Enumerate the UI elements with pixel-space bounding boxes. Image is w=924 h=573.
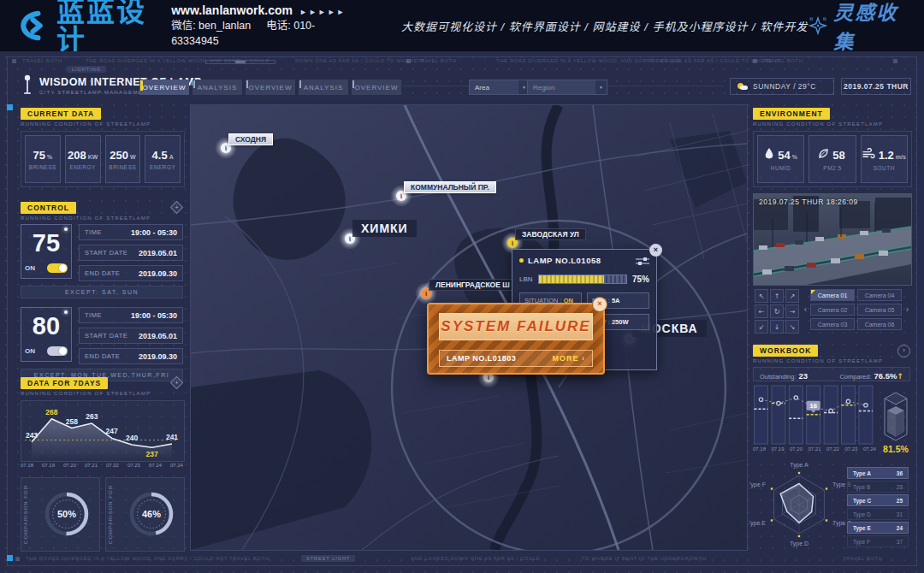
popup-close-icon[interactable]: × [649, 244, 662, 257]
stat-label: BRINESS [29, 164, 56, 170]
stat-value: 58 [832, 149, 846, 162]
environment-badge: ENVIRONMENT [753, 108, 830, 120]
schedule-label: TIME [85, 311, 102, 319]
dpad-arrow-icon[interactable]: ↗ [785, 289, 799, 303]
comparison-label: COMPARISON FOR [23, 485, 28, 544]
camera-button-4[interactable]: Camera 04 [857, 289, 902, 301]
svg-text:Type A: Type A [790, 462, 808, 469]
schedule-row: END DATE2019.09.30 [79, 265, 183, 281]
camera-next-button[interactable]: › [903, 299, 911, 318]
axis-tick-label: 07.24 [863, 446, 876, 452]
axis-tick-label: 07.22 [106, 463, 119, 468]
type-row-type-e[interactable]: Type E24 [847, 522, 909, 534]
camera-button-6[interactable]: Camera 06 [857, 318, 902, 330]
map-label: КОММУНАЛЬНЫЙ ПР. [404, 181, 496, 193]
control-group: 75ONTIME19:00 - 05:30START DATE2019.05.0… [21, 224, 183, 281]
dpad-arrow-icon[interactable]: ↖ [755, 289, 768, 303]
dpad-arrow-icon[interactable]: ↑ [770, 289, 784, 303]
area-select[interactable]: Area ▼ [469, 80, 530, 95]
wechat-id: 微信: ben_lanlan [171, 20, 251, 32]
map-pin-2[interactable]: ⌇КОММУНАЛЬНЫЙ ПР. [390, 185, 412, 207]
deco-text: DOWN ONE AS FAR AS I COULD TO WHERE IT [650, 58, 779, 63]
stat-value: 1.2m/s [879, 149, 906, 162]
arrows-decoration: ►►►►► [299, 8, 346, 16]
map-pin-5[interactable]: ⌇ЛЕНИНГРАДСКОЕ Ш [415, 282, 437, 304]
refresh-icon[interactable]: ↻ [770, 304, 784, 318]
camera-prev-button[interactable]: ‹ [802, 299, 809, 318]
map-label: ЗАВОДСКАЯ УЛ [515, 228, 586, 240]
website-link[interactable]: www.lanlanwork.com [171, 3, 293, 17]
brightness-value: 80 [21, 308, 71, 345]
type-row-type-b[interactable]: Type B28 [847, 481, 909, 493]
dpad-arrow-icon[interactable]: → [785, 304, 799, 318]
tab-analysis[interactable]: ANALYSIS [192, 80, 242, 95]
workbook-expand-button[interactable]: › [897, 345, 910, 357]
type-label: Type C [853, 498, 871, 504]
stat-tile-briness: 75%BRINESS [25, 135, 61, 183]
type-row-type-f[interactable]: Type F37 [847, 535, 909, 547]
svg-text:50%: 50% [57, 509, 76, 519]
region-select-value: Region [533, 84, 554, 92]
svg-text:46%: 46% [142, 509, 161, 519]
compared-value: 76.5% [874, 371, 897, 381]
control-groups: 75ONTIME19:00 - 05:30START DATE2019.05.0… [21, 224, 183, 390]
axis-tick-label: 07.24 [170, 463, 183, 468]
camera-button-5[interactable]: Camera 05 [857, 304, 902, 316]
tab-analysis[interactable]: ANALYSIS [299, 80, 348, 95]
control-badge: CONTROL [21, 202, 76, 214]
failure-close-icon[interactable]: × [592, 297, 607, 312]
power-state-label: ON [25, 264, 35, 272]
stat-tile-humid: 54%HUMID [757, 135, 804, 183]
control-subtitle: RUNNING CONDITION OF STREETLAMP [21, 216, 151, 221]
camera-button-1[interactable]: Camera 01 [810, 289, 855, 301]
camera-button-3[interactable]: Camera 03 [810, 318, 855, 330]
corner-square-decoration [7, 555, 13, 561]
comparison-gauge-1: 50% [39, 487, 94, 541]
corner-square-decoration [7, 104, 13, 110]
current-data-tiles: 75%BRINESS208KWENERGY250WBRINESS4.5AENER… [21, 131, 185, 187]
svg-text:243: 243 [26, 431, 38, 440]
type-list: Type A36Type B28Type C25Type D31Type E24… [847, 467, 909, 549]
type-label: Type B [853, 484, 870, 490]
stat-value: 75% [33, 149, 53, 162]
sliders-icon[interactable] [636, 257, 649, 265]
comparison-label: COMPARISON FOR [108, 485, 113, 544]
deco-slider [205, 60, 275, 64]
bulb-icon [64, 310, 68, 314]
tab-tick-icon [140, 80, 143, 91]
dpad-arrow-icon[interactable]: ↘ [785, 320, 799, 334]
svg-text:268: 268 [45, 408, 57, 416]
svg-text:263: 263 [86, 412, 98, 421]
type-row-type-d[interactable]: Type D31 [847, 508, 909, 520]
comparison-gauge-panel: COMPARISON FOR 46% [105, 477, 185, 552]
region-select[interactable]: Region ▼ [527, 80, 607, 95]
stat-value: 54% [778, 149, 797, 162]
type-row-type-c[interactable]: Type C25 [847, 494, 909, 506]
type-label: Type A [853, 470, 871, 476]
contact-info: www.lanlanwork.com►►►►► 微信: ben_lanlan电话… [171, 3, 350, 50]
dpad-arrow-icon[interactable]: ↓ [770, 320, 784, 334]
stat-tile-south: 1.2m/sSOUTH [861, 135, 908, 183]
map-canvas[interactable]: ⌇СХОДНЯ⌇КОММУНАЛЬНЫЙ ПР.⌇ХИМКИ⌇ЗАВОДСКАЯ… [190, 104, 748, 551]
brightness-box: 80ON [21, 307, 72, 362]
date-display: 2019.07.25 THUR [841, 78, 911, 95]
control-expand-button[interactable]: + [170, 201, 184, 215]
dpad-arrow-icon[interactable]: ← [755, 304, 768, 318]
bulb-icon [64, 227, 68, 231]
map-pin-1[interactable]: ⌇СХОДНЯ [215, 137, 237, 159]
failure-more-button[interactable]: MORE › [553, 354, 586, 363]
dpad-arrow-icon[interactable]: ↙ [755, 320, 768, 334]
power-toggle[interactable] [47, 263, 68, 273]
tab-overview[interactable]: OVERVIEW [246, 80, 295, 95]
tab-overview[interactable]: OVERVIEW [139, 80, 189, 95]
inspiration-collect[interactable]: 灵感收集 [808, 0, 907, 55]
axis-tick-label: 07.19 [42, 463, 55, 468]
camera-button-2[interactable]: Camera 02 [810, 304, 855, 316]
schedule-label: END DATE [85, 352, 120, 360]
type-row-type-a[interactable]: Type A36 [847, 467, 909, 479]
seven-day-chart-xlabels: 07.1807.1907.2007.2107.2207.2307.2407.24 [21, 463, 183, 468]
tab-overview[interactable]: OVERVIEW [352, 80, 401, 95]
power-toggle[interactable] [47, 346, 68, 356]
schedule-value: 2019.05.01 [139, 332, 177, 340]
map-pin-3[interactable]: ⌇ХИМКИ [339, 227, 361, 250]
